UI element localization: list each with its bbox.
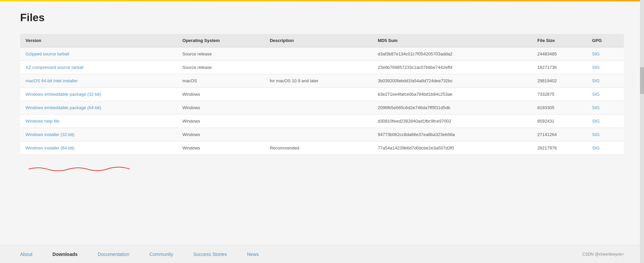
table-row: Gzipped source tarballSource released3af… [20, 47, 624, 61]
sig-link[interactable]: SIG [592, 65, 599, 70]
version-link[interactable]: Windows installer (64-bit) [25, 145, 74, 150]
md5-cell: 77a54a14239b6d7d0dcbe2e3a507d2f0 [372, 141, 532, 155]
os-cell: Windows [177, 101, 264, 115]
md5-cell: 2096fb5e665c6d2e746da7ff5f31d5db [372, 101, 532, 115]
scrollbar[interactable] [640, 0, 644, 230]
col-header-gpg: GPG [587, 34, 624, 47]
version-link[interactable]: Windows embeddable package (32-bit) [25, 92, 101, 97]
filesize-cell: 29819402 [532, 74, 587, 88]
col-header-description: Description [264, 34, 372, 47]
sig-link[interactable]: SIG [592, 78, 599, 83]
md5-cell: 3b039200febdd1fa54a8d724dee732bc [372, 74, 532, 88]
version-link[interactable]: macOS 64-bit Intel installer [25, 78, 78, 83]
description-cell: for macOS 10.9 and later [264, 74, 372, 88]
md5-cell: 94773b062cc8da66e37ea8ba323eb56a [372, 128, 532, 141]
filesize-cell: 24483485 [532, 47, 587, 61]
md5-cell: b3e271ee4fafce0ba784bd1b84c253ae [372, 88, 532, 101]
files-table: Version Operating System Description MD5… [20, 34, 624, 155]
sig-link[interactable]: SIG [592, 51, 599, 56]
filesize-cell: 7332875 [532, 88, 587, 101]
sig-link[interactable]: SIG [592, 119, 599, 124]
table-row: XZ compressed source tarballSource relea… [20, 61, 624, 74]
os-cell: Windows [177, 141, 264, 155]
os-cell: Windows [177, 128, 264, 141]
table-row: Windows help fileWindowsd30810feed238284… [20, 115, 624, 128]
description-cell [264, 61, 372, 74]
filesize-cell: 8193305 [532, 101, 587, 115]
table-row: Windows installer (64-bit)WindowsRecomme… [20, 141, 624, 155]
col-header-version: Version [20, 34, 177, 47]
description-cell: Recommended [264, 141, 372, 155]
description-cell [264, 101, 372, 115]
scrollbar-thumb[interactable] [640, 67, 644, 94]
description-cell [264, 88, 372, 101]
col-header-md5: MD5 Sum [372, 34, 532, 47]
table-row: Windows embeddable package (32-bit)Windo… [20, 88, 624, 101]
table-row: macOS 64-bit Intel installermacOSfor mac… [20, 74, 624, 88]
table-row: Windows embeddable package (64-bit)Windo… [20, 101, 624, 115]
filesize-cell: 8592431 [532, 115, 587, 128]
col-header-filesize: File Size [532, 34, 587, 47]
md5-cell: d30810feed2382840ad1fbc9fce97002 [372, 115, 532, 128]
table-header-row: Version Operating System Description MD5… [20, 34, 624, 47]
os-cell: Source release [177, 47, 264, 61]
filesize-cell: 27141264 [532, 128, 587, 141]
md5-cell: d3af3b87e134c01c7f054205703adda2 [372, 47, 532, 61]
sig-link[interactable]: SIG [592, 105, 599, 110]
version-link[interactable]: Gzipped source tarball [25, 51, 69, 56]
table-row: Windows installer (32-bit)Windows94773b0… [20, 128, 624, 141]
sig-link[interactable]: SIG [592, 145, 599, 150]
description-cell [264, 115, 372, 128]
os-cell: macOS [177, 74, 264, 88]
main-content: Files Version Operating System Descripti… [0, 1, 644, 230]
description-cell [264, 47, 372, 61]
sig-link[interactable]: SIG [592, 132, 599, 137]
os-cell: Source release [177, 61, 264, 74]
version-link[interactable]: Windows installer (32-bit) [25, 132, 74, 137]
md5-cell: 23e6b769857233c1ac07b6be7442eff4 [372, 61, 532, 74]
page-title: Files [20, 11, 624, 24]
version-link[interactable]: Windows embeddable package (64-bit) [25, 105, 101, 110]
version-link[interactable]: Windows help file [25, 119, 59, 124]
version-link[interactable]: XZ compressed source tarball [25, 65, 84, 70]
filesize-cell: 18271736 [532, 61, 587, 74]
os-cell: Windows [177, 88, 264, 101]
filesize-cell: 28217976 [532, 141, 587, 155]
os-cell: Windows [177, 115, 264, 128]
description-cell [264, 128, 372, 141]
col-header-os: Operating System [177, 34, 264, 47]
sig-link[interactable]: SIG [592, 92, 599, 97]
